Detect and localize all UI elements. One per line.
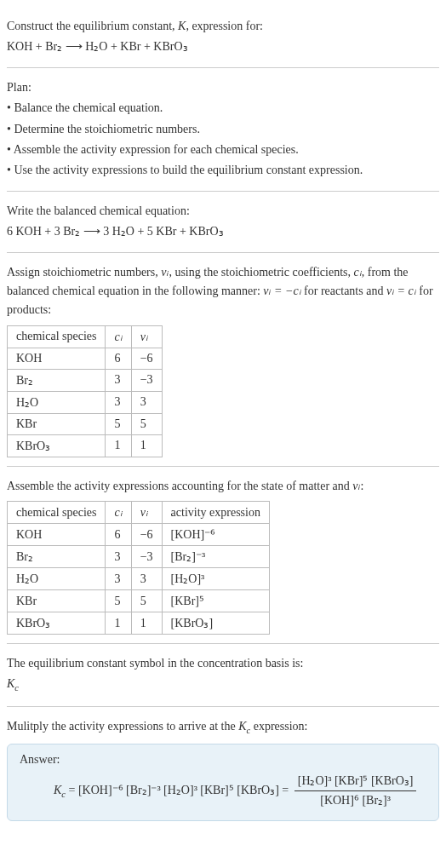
cell-v: 1 (131, 612, 162, 635)
activity-text: Assemble the activity expressions accoun… (7, 477, 439, 496)
cell-activity: [H₂O]³ (162, 568, 269, 590)
stoich-ci: cᵢ (354, 266, 362, 279)
cell-c: 1 (106, 612, 131, 635)
cell-c: 3 (106, 568, 131, 590)
cell-c: 1 (106, 434, 131, 457)
cell-c: 3 (106, 369, 131, 391)
stoich-eq2: νᵢ = cᵢ (386, 285, 416, 297)
intro-line1: Construct the equilibrium constant, K, e… (7, 17, 439, 36)
cell-species: KBrO₃ (8, 434, 106, 457)
table-row: KBr55[KBr]⁵ (8, 590, 270, 612)
kc-K: K (7, 677, 14, 690)
th-nu: νᵢ (131, 325, 162, 348)
table-row: KBrO₃11[KBrO₃] (8, 612, 270, 635)
cell-species: H₂O (8, 568, 106, 590)
stoich-p4: for reactants and (301, 285, 386, 297)
multiply-p2: expression: (250, 720, 307, 733)
stoich-p2: , using the stoichiometric coefficients, (169, 266, 353, 279)
stoich-eq1: νᵢ = −cᵢ (263, 285, 300, 297)
plan-title: Plan: (7, 78, 439, 97)
table-row: Br₂3−3 (8, 369, 163, 391)
cell-species: KBr (8, 590, 106, 612)
activity-p2: : (361, 480, 364, 492)
cell-c: 5 (106, 413, 131, 434)
kc-symbol-text: The equilibrium constant symbol in the c… (7, 654, 439, 673)
cell-c: 3 (106, 546, 131, 568)
plan-b2: • Determine the stoichiometric numbers. (7, 120, 439, 139)
stoich-p1: Assign stoichiometric numbers, (7, 266, 161, 279)
answer-label: Answer: (20, 753, 426, 767)
cell-v: −3 (131, 546, 162, 568)
balanced-eq: 6 KOH + 3 Br₂ ⟶ 3 H₂O + 5 KBr + KBrO₃ (7, 222, 439, 241)
cell-v: −6 (131, 348, 162, 369)
answer-equation: Kc = [KOH]⁻⁶ [Br₂]⁻³ [H₂O]³ [KBr]⁵ [KBrO… (20, 772, 426, 811)
cell-activity: [Br₂]⁻³ (162, 546, 269, 568)
activity-p1: Assemble the activity expressions accoun… (7, 480, 352, 492)
stoich-table: chemical species cᵢ νᵢ KOH6−6 Br₂3−3 H₂O… (7, 325, 163, 457)
cell-c: 6 (106, 348, 131, 369)
plan-section: Plan: • Balance the chemical equation. •… (7, 68, 439, 191)
cell-v: −6 (131, 524, 162, 546)
multiply-p1: Mulitply the activity expressions to arr… (7, 720, 238, 733)
table-header-row: chemical species cᵢ νᵢ activity expressi… (8, 502, 270, 524)
cell-c: 5 (106, 590, 131, 612)
activity-nu: νᵢ (352, 480, 360, 492)
cell-v: 1 (131, 434, 162, 457)
kc-symbol: Kc (7, 675, 439, 696)
answer-box: Answer: Kc = [KOH]⁻⁶ [Br₂]⁻³ [H₂O]³ [KBr… (7, 744, 439, 822)
table-row: Br₂3−3[Br₂]⁻³ (8, 546, 270, 568)
answer-den: [KOH]⁶ [Br₂]³ (294, 791, 417, 810)
th-ci: cᵢ (106, 325, 131, 348)
plan-b4: • Use the activity expressions to build … (7, 161, 439, 180)
intro-reaction: KOH + Br₂ ⟶ H₂O + KBr + KBrO₃ (7, 37, 439, 56)
cell-species: H₂O (8, 391, 106, 413)
cell-v: 5 (131, 590, 162, 612)
multiply-section: Mulitply the activity expressions to arr… (7, 707, 439, 830)
cell-species: KOH (8, 524, 106, 546)
cell-species: Br₂ (8, 369, 106, 391)
th-species: chemical species (8, 502, 106, 524)
answer-fraction: [H₂O]³ [KBr]⁵ [KBrO₃][KOH]⁶ [Br₂]³ (294, 772, 417, 811)
plan-b3: • Assemble the activity expression for e… (7, 141, 439, 159)
cell-species: Br₂ (8, 546, 106, 568)
th-ci: cᵢ (106, 502, 131, 524)
answer-num: [H₂O]³ [KBr]⁵ [KBrO₃] (294, 772, 417, 791)
plan-b1: • Balance the chemical equation. (7, 99, 439, 118)
cell-c: 3 (106, 391, 131, 413)
cell-species: KOH (8, 348, 106, 369)
stoich-text: Assign stoichiometric numbers, νᵢ, using… (7, 263, 439, 320)
table-row: KBr55 (8, 413, 163, 434)
table-header-row: chemical species cᵢ νᵢ (8, 325, 163, 348)
cell-species: KBrO₃ (8, 612, 106, 635)
cell-v: 5 (131, 413, 162, 434)
kc-sub: c (14, 683, 19, 693)
cell-v: 3 (131, 568, 162, 590)
intro-text1b: , expression for: (186, 20, 263, 32)
table-row: KOH6−6[KOH]⁻⁶ (8, 524, 270, 546)
th-nu: νᵢ (131, 502, 162, 524)
answer-K: K (54, 784, 61, 796)
cell-activity: [KOH]⁻⁶ (162, 524, 269, 546)
balanced-title: Write the balanced chemical equation: (7, 202, 439, 221)
cell-activity: [KBr]⁵ (162, 590, 269, 612)
balanced-section: Write the balanced chemical equation: 6 … (7, 192, 439, 252)
th-species: chemical species (8, 325, 106, 348)
cell-c: 6 (106, 524, 131, 546)
th-activity: activity expression (162, 502, 269, 524)
multiply-text: Mulitply the activity expressions to arr… (7, 717, 439, 739)
table-row: KBrO₃11 (8, 434, 163, 457)
cell-species: KBr (8, 413, 106, 434)
intro-text1: Construct the equilibrium constant, (7, 20, 178, 32)
intro-section: Construct the equilibrium constant, K, e… (7, 7, 439, 67)
multiply-K: K (238, 720, 246, 733)
cell-v: 3 (131, 391, 162, 413)
stoich-section: Assign stoichiometric numbers, νᵢ, using… (7, 253, 439, 466)
table-row: H₂O33 (8, 391, 163, 413)
kc-symbol-section: The equilibrium constant symbol in the c… (7, 644, 439, 706)
table-row: KOH6−6 (8, 348, 163, 369)
table-row: H₂O33[H₂O]³ (8, 568, 270, 590)
activity-table: chemical species cᵢ νᵢ activity expressi… (7, 501, 270, 635)
cell-v: −3 (131, 369, 162, 391)
activity-section: Assemble the activity expressions accoun… (7, 467, 439, 643)
cell-activity: [KBrO₃] (162, 612, 269, 635)
